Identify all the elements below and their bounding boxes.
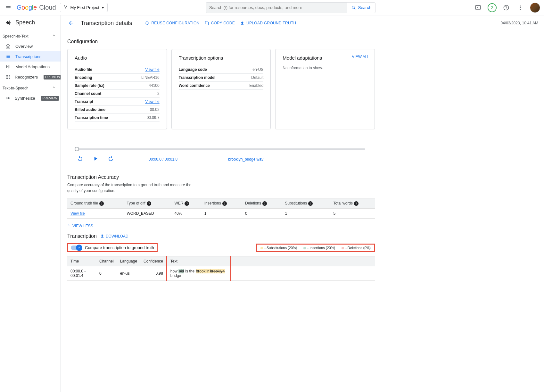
chevron-up-icon: ⌃ — [52, 86, 55, 90]
help-icon[interactable]: ? — [99, 201, 104, 206]
play-button[interactable] — [92, 155, 99, 163]
nav-model-adaptations[interactable]: Model Adaptations — [0, 62, 61, 72]
options-card: Transcription options Language codeen-US… — [171, 49, 271, 129]
trial-badge[interactable]: 2 — [488, 3, 497, 12]
preview-badge: PREVIEW — [41, 96, 59, 101]
transcription-table: Time Channel Language Confidence Text 00… — [67, 256, 375, 281]
gt-file-link[interactable]: View file — [70, 211, 85, 216]
view-all-button[interactable]: VIEW ALL — [352, 54, 369, 59]
help-icon[interactable]: ? — [147, 201, 151, 206]
config-title: Configuration — [67, 39, 375, 45]
accuracy-table: Ground truth file? Type of diff? WER? In… — [67, 198, 375, 219]
help-icon[interactable]: ? — [262, 201, 267, 206]
help-icon[interactable]: ? — [222, 201, 227, 206]
rewind-button[interactable] — [77, 155, 83, 163]
nav-overview[interactable]: Overview — [0, 41, 61, 51]
table-row: 00:00.0 - 00:01.4 0 en-us 0.98 how old i… — [67, 266, 375, 281]
audio-card: Audio Audio fileView file EncodingLINEAR… — [67, 49, 167, 129]
accuracy-desc: Compare accuracy of the transcription to… — [67, 182, 195, 194]
page-title: Transcription details — [81, 20, 132, 27]
project-selector[interactable]: My First Project ▾ — [60, 3, 108, 12]
help-icon[interactable]: ? — [185, 201, 189, 206]
svg-point-0 — [64, 5, 65, 7]
check-icon: ✓ — [76, 245, 82, 251]
transcription-text-highlight: how old is the brooklinbrooklyn bridge — [167, 266, 231, 281]
svg-point-6 — [520, 5, 521, 6]
chevron-up-icon: ⌃ — [67, 224, 70, 228]
speech-icon — [5, 20, 12, 26]
accuracy-title: Transcription Accuracy — [67, 174, 375, 180]
compare-toggle[interactable]: ✓ — [71, 246, 82, 250]
reuse-config-button[interactable]: REUSE CONFIGURATION — [145, 21, 199, 25]
nav-synthesize[interactable]: Synthesize PREVIEW — [0, 93, 61, 103]
section-stt[interactable]: Speech-to-Text ⌃ — [0, 30, 61, 41]
menu-icon[interactable] — [4, 3, 13, 12]
download-icon — [100, 234, 104, 238]
adaptations-card: Model adaptations VIEW ALL No informatio… — [275, 49, 375, 129]
copy-icon — [205, 21, 209, 25]
svg-rect-3 — [476, 5, 481, 9]
list-icon — [5, 54, 11, 59]
options-card-title: Transcription options — [179, 55, 264, 61]
section-tts[interactable]: Text-to-Speech ⌃ — [0, 82, 61, 93]
text-header-highlight: Text — [167, 256, 231, 266]
dropdown-icon: ▾ — [102, 5, 104, 10]
substituted-word-strike: brooklyn — [210, 269, 225, 273]
page-header: Transcription details REUSE CONFIGURATIO… — [61, 15, 544, 31]
player-file: brooklyn_bridge.wav — [228, 157, 263, 162]
upload-truth-button[interactable]: UPLOAD GROUND TRUTH — [240, 21, 296, 25]
svg-point-8 — [520, 9, 521, 10]
home-icon — [5, 44, 11, 49]
svg-point-1 — [66, 6, 67, 7]
main: Transcription details REUSE CONFIGURATIO… — [61, 15, 544, 392]
more-icon[interactable] — [516, 3, 525, 12]
chevron-up-icon: ⌃ — [52, 34, 55, 38]
view-less-button[interactable]: ⌃ VIEW LESS — [67, 224, 375, 228]
search-box[interactable]: Search — [206, 2, 375, 13]
tune-icon — [5, 64, 11, 69]
help-icon[interactable]: ? — [502, 3, 511, 12]
substituted-word: brooklin — [196, 269, 210, 273]
nav-recognizers[interactable]: Recognizers PREVIEW — [0, 72, 61, 82]
gcp-logo[interactable]: Google Cloud — [17, 4, 56, 11]
forward-button[interactable] — [108, 155, 114, 163]
svg-point-7 — [520, 7, 521, 8]
audio-player: 00:00.0 / 00:01.8 brooklyn_bridge.wav — [67, 139, 375, 166]
audio-slider[interactable] — [77, 148, 365, 150]
nav-transcriptions[interactable]: Transcriptions — [0, 51, 61, 62]
cloud-shell-icon[interactable] — [474, 3, 482, 12]
slider-thumb[interactable] — [75, 147, 79, 151]
svg-text:?: ? — [505, 6, 507, 9]
compare-toggle-highlight: ✓ Compare transcription to ground truth — [67, 243, 158, 252]
compare-label: Compare transcription to ground truth — [85, 245, 154, 250]
sidebar: Speech Speech-to-Text ⌃ Overview Transcr… — [0, 15, 61, 392]
avatar[interactable] — [530, 3, 540, 13]
back-arrow-icon[interactable] — [67, 19, 76, 28]
legend-sub: - Substitutions (20%) — [260, 246, 297, 250]
audio-file-link[interactable]: View file — [145, 67, 159, 72]
download-button[interactable]: DOWNLOAD — [100, 234, 128, 238]
legend-del: - Deletions (0%) — [342, 246, 371, 250]
timestamp: 04/03/2023, 10:41 AM — [501, 21, 538, 25]
refresh-icon — [145, 21, 149, 25]
grid-icon — [5, 74, 10, 79]
table-row: View file WORD_BASED 40% 1 0 1 5 — [67, 209, 375, 219]
help-icon[interactable]: ? — [308, 201, 313, 206]
svg-point-2 — [65, 7, 66, 9]
search-icon — [351, 5, 356, 10]
wave-icon — [5, 96, 10, 101]
copy-code-button[interactable]: COPY CODE — [205, 21, 235, 25]
preview-badge: PREVIEW — [44, 75, 61, 79]
top-bar: Google Cloud My First Project ▾ Search 2… — [0, 0, 544, 15]
search-input[interactable] — [206, 5, 347, 10]
legend-ins: - Insertions (20%) — [303, 246, 335, 250]
empty-text: No information to show. — [283, 66, 367, 70]
transcript-file-link[interactable]: View file — [145, 99, 159, 104]
product-header[interactable]: Speech — [0, 15, 61, 30]
project-name: My First Project — [70, 5, 99, 10]
audio-card-title: Audio — [75, 55, 160, 61]
player-time: 00:00.0 / 00:01.8 — [149, 157, 177, 162]
project-icon — [63, 5, 68, 10]
search-button[interactable]: Search — [347, 3, 375, 13]
help-icon[interactable]: ? — [354, 201, 359, 206]
